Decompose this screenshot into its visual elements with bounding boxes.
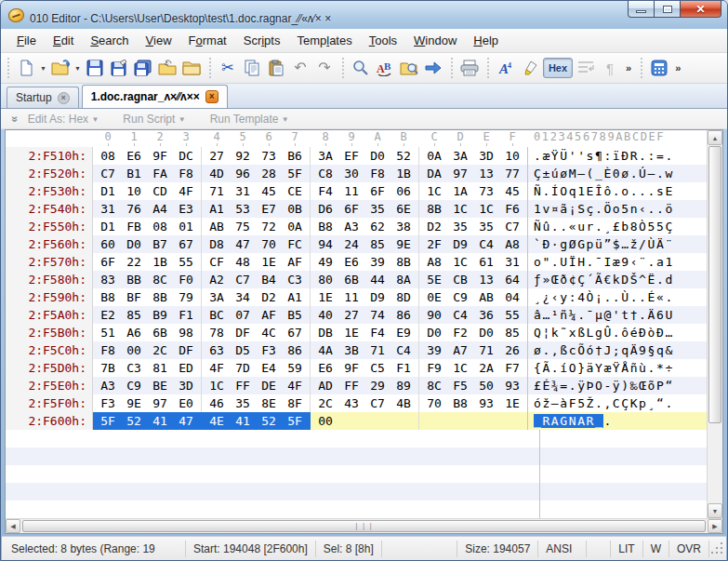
hex-byte[interactable]: 7B <box>95 359 121 377</box>
hex-byte[interactable]: 22 <box>121 253 147 271</box>
horizontal-scroll-thumb[interactable]: ❘❘❘ <box>22 520 706 532</box>
hex-byte[interactable]: AB <box>473 288 499 306</box>
hex-byte[interactable]: 30 <box>338 165 364 182</box>
hex-byte[interactable]: DF <box>173 341 199 359</box>
hex-byte[interactable]: 77 <box>499 165 525 182</box>
hex-byte[interactable]: F3 <box>256 341 282 359</box>
hex-byte[interactable] <box>364 412 390 430</box>
hex-byte[interactable]: A2 <box>204 271 230 288</box>
status-endianness[interactable]: LIT <box>611 541 642 557</box>
hex-byte[interactable] <box>473 412 499 430</box>
hex-byte[interactable]: 51 <box>95 324 121 341</box>
hex-byte[interactable]: 3A <box>312 147 338 165</box>
hex-byte[interactable]: F3 <box>95 394 121 412</box>
hex-byte[interactable]: 63 <box>204 341 230 359</box>
hex-byte[interactable]: 48 <box>230 253 256 271</box>
hex-byte[interactable]: A1 <box>282 288 308 306</box>
hex-byte[interactable]: 1C <box>447 200 473 218</box>
hex-byte[interactable]: 78 <box>204 324 230 341</box>
hex-byte[interactable]: D9 <box>364 288 390 306</box>
hex-byte[interactable]: 93 <box>499 377 525 394</box>
hex-byte[interactable]: D5 <box>230 341 256 359</box>
hex-byte[interactable]: D6 <box>312 200 338 218</box>
hex-byte[interactable]: 0E <box>421 288 447 306</box>
toolbar-overflow-chevron[interactable]: » <box>623 62 634 73</box>
hex-byte[interactable]: 31 <box>230 182 256 200</box>
new-file-dropdown[interactable]: ▼ <box>39 57 47 79</box>
hex-byte[interactable]: A1 <box>204 200 230 218</box>
hex-byte[interactable]: 45 <box>256 182 282 200</box>
hex-byte[interactable]: F7 <box>499 359 525 377</box>
hex-byte[interactable]: C9 <box>447 288 473 306</box>
hex-byte[interactable]: 06 <box>390 182 417 200</box>
hex-byte[interactable]: F6 <box>499 200 525 218</box>
hex-byte[interactable]: 50 <box>473 377 499 394</box>
hex-byte[interactable] <box>390 412 417 430</box>
hex-byte[interactable]: 9E <box>390 235 417 253</box>
hex-byte[interactable]: 5F <box>95 412 121 430</box>
hex-byte[interactable]: 26 <box>499 341 525 359</box>
hex-byte[interactable]: 08 <box>95 147 121 165</box>
hex-byte[interactable]: 97 <box>447 165 473 182</box>
hex-byte[interactable]: ED <box>173 359 199 377</box>
hex-byte[interactable]: 8A <box>390 271 417 288</box>
hex-byte[interactable]: F1 <box>390 359 417 377</box>
font-button[interactable]: A4 <box>495 57 517 79</box>
hex-byte[interactable]: 96 <box>230 165 256 182</box>
hex-byte[interactable]: 35 <box>230 394 256 412</box>
hex-byte[interactable]: BE <box>147 377 173 394</box>
ascii-rest[interactable]: . <box>603 414 612 428</box>
hex-byte[interactable]: 47 <box>173 412 199 430</box>
hex-byte[interactable]: 08 <box>147 218 173 235</box>
toolbar-grip[interactable] <box>207 58 212 78</box>
hex-byte[interactable]: DF <box>230 324 256 341</box>
hex-byte[interactable]: 9F <box>338 359 364 377</box>
hex-byte[interactable]: 59 <box>282 359 308 377</box>
hex-byte[interactable]: 85 <box>121 306 147 324</box>
hex-byte[interactable]: B5 <box>282 306 308 324</box>
hex-byte[interactable]: 3A <box>204 288 230 306</box>
hex-byte[interactable]: 9F <box>147 147 173 165</box>
hex-byte[interactable]: BC <box>204 306 230 324</box>
hex-byte[interactable]: F8 <box>95 341 121 359</box>
edit-as-dropdown[interactable]: Edit As: Hex ▼ <box>28 113 99 126</box>
hex-byte[interactable]: AF <box>282 253 308 271</box>
ascii-text[interactable]: Q¦k˜xßLgÛ.ôéÐòÐ… <box>527 324 707 341</box>
hex-byte[interactable]: 75 <box>230 218 256 235</box>
ascii-text[interactable]: óž—àF5Ž.,CÇKp¸“. <box>527 394 707 412</box>
print-button[interactable] <box>458 57 481 79</box>
hex-byte[interactable]: E6 <box>312 359 338 377</box>
hex-byte[interactable]: 97 <box>147 394 173 412</box>
hex-byte[interactable]: 43 <box>338 394 364 412</box>
hex-byte[interactable]: D1 <box>95 218 121 235</box>
hex-byte[interactable]: 94 <box>312 235 338 253</box>
hex-byte[interactable]: F8 <box>364 165 390 182</box>
hex-byte[interactable]: A8 <box>499 235 525 253</box>
hex-byte[interactable]: CB <box>447 271 473 288</box>
hex-byte[interactable]: BF <box>121 288 147 306</box>
copy-button[interactable] <box>241 57 263 79</box>
hex-byte[interactable]: 35 <box>447 218 473 235</box>
hex-byte[interactable]: C8 <box>312 165 338 182</box>
hex-byte[interactable]: C9 <box>121 377 147 394</box>
hex-byte[interactable]: 47 <box>230 235 256 253</box>
hex-byte[interactable]: FB <box>121 218 147 235</box>
hex-byte[interactable]: 73 <box>473 182 499 200</box>
hex-byte[interactable]: C3 <box>121 359 147 377</box>
menu-file[interactable]: File <box>8 30 45 51</box>
hex-byte[interactable]: 70 <box>421 394 447 412</box>
ascii-text[interactable]: `Ð·gØGpü”$…ž/ÙÄ¨ <box>527 235 707 253</box>
hex-byte[interactable]: 0B <box>282 200 308 218</box>
collapse-chevron-icon[interactable]: » <box>8 115 21 122</box>
hex-byte[interactable]: C3 <box>282 271 308 288</box>
hex-byte[interactable]: 1E <box>256 253 282 271</box>
hex-byte[interactable]: 01 <box>173 218 199 235</box>
hex-byte[interactable]: AD <box>312 377 338 394</box>
hex-byte[interactable]: 85 <box>499 324 525 341</box>
hex-byte[interactable]: 4F <box>204 359 230 377</box>
hex-byte[interactable]: D1 <box>95 182 121 200</box>
maximize-button[interactable] <box>655 1 680 18</box>
hex-byte[interactable]: 35 <box>364 200 390 218</box>
revert-file-button[interactable] <box>156 57 179 79</box>
hex-byte[interactable]: 41 <box>230 412 256 430</box>
